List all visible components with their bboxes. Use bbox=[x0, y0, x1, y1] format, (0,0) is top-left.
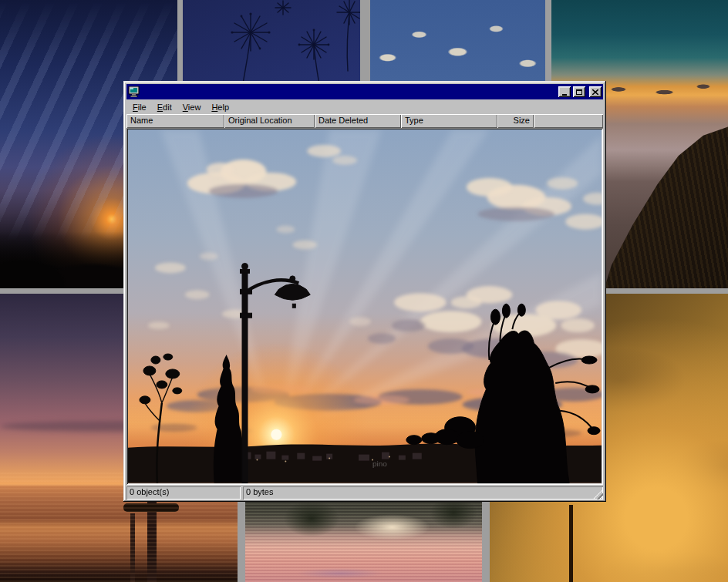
minimize-icon bbox=[562, 94, 567, 96]
recycle-bin-window: File Edit View Help Name Original Locati… bbox=[123, 81, 606, 502]
title-bar[interactable] bbox=[126, 84, 603, 99]
photo-watermark: pino bbox=[372, 459, 387, 468]
lamp-pole-silhouette bbox=[569, 505, 573, 582]
status-byte-count: 0 bytes bbox=[243, 486, 603, 500]
menu-bar: File Edit View Help bbox=[126, 99, 603, 114]
menu-edit[interactable]: Edit bbox=[152, 101, 177, 113]
sunset-lamp-photo: pino bbox=[128, 130, 602, 483]
close-button[interactable] bbox=[589, 86, 602, 97]
sun bbox=[271, 429, 281, 440]
status-object-count: 0 object(s) bbox=[126, 486, 241, 500]
list-view-area[interactable]: pino bbox=[126, 128, 603, 485]
minimize-button[interactable] bbox=[558, 86, 571, 97]
close-icon bbox=[592, 89, 598, 95]
column-header-filler[interactable] bbox=[534, 114, 603, 128]
column-header-type[interactable]: Type bbox=[401, 114, 497, 128]
status-bar: 0 object(s) 0 bytes bbox=[126, 486, 603, 500]
floating-log bbox=[123, 503, 179, 512]
column-header-date-deleted[interactable]: Date Deleted bbox=[315, 114, 401, 128]
menu-help[interactable]: Help bbox=[206, 101, 234, 113]
menu-view[interactable]: View bbox=[177, 101, 207, 113]
column-header-original-location[interactable]: Original Location bbox=[224, 114, 315, 128]
column-header-size[interactable]: Size bbox=[497, 114, 534, 128]
computer-icon[interactable] bbox=[128, 86, 140, 97]
desktop: File Edit View Help Name Original Locati… bbox=[0, 0, 728, 582]
water-pole bbox=[130, 513, 135, 582]
maximize-button[interactable] bbox=[573, 86, 585, 97]
column-header-name[interactable]: Name bbox=[126, 114, 224, 128]
column-header-row: Name Original Location Date Deleted Type… bbox=[126, 114, 603, 128]
menu-file[interactable]: File bbox=[127, 101, 152, 113]
maximize-icon bbox=[576, 89, 582, 95]
